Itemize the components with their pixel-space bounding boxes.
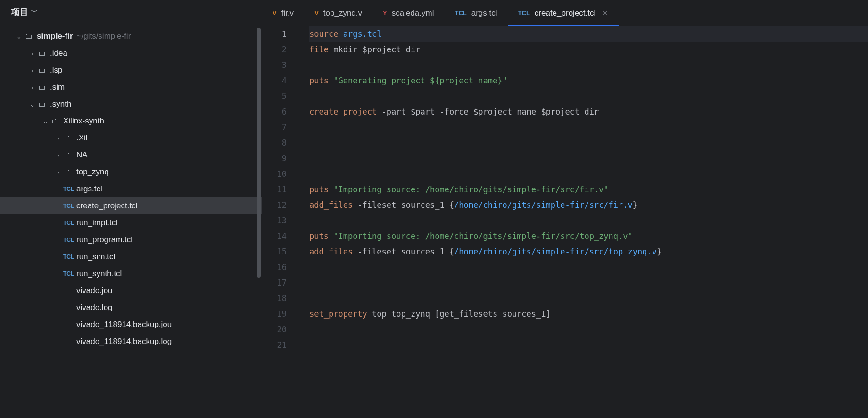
tree-folder[interactable]: ›🗀.idea	[0, 45, 262, 62]
line-number[interactable]: 20	[262, 322, 287, 337]
editor-tab[interactable]: Yscaleda.yml	[372, 0, 444, 26]
tree-file[interactable]: TCLrun_synth.tcl	[0, 265, 262, 282]
line-number[interactable]: 6	[262, 104, 287, 120]
file-tree[interactable]: ⌄ 🗀 simple-fir ~/gits/simple-fir ›🗀.idea…	[0, 25, 262, 418]
tree-file[interactable]: TCLrun_sim.tcl	[0, 248, 262, 265]
code-line[interactable]	[309, 291, 868, 306]
tab-bar: Vfir.vVtop_zynq.vYscaleda.ymlTCLargs.tcl…	[262, 0, 868, 26]
line-number[interactable]: 11	[262, 182, 287, 197]
code-line[interactable]	[309, 120, 868, 135]
chevron-down-icon[interactable]: ⌄	[27, 101, 37, 108]
line-number[interactable]: 2	[262, 42, 287, 57]
chevron-right-icon[interactable]: ›	[54, 169, 63, 176]
code-token: top top_zynq [	[367, 309, 440, 319]
line-number[interactable]: 8	[262, 135, 287, 151]
tree-file[interactable]: TCLrun_program.tcl	[0, 231, 262, 248]
tree-file[interactable]: ≣vivado.log	[0, 299, 262, 316]
line-number[interactable]: 3	[262, 57, 287, 73]
code-line[interactable]: file mkdir $project_dir	[309, 42, 868, 57]
line-number[interactable]: 19	[262, 306, 287, 322]
chevron-right-icon[interactable]: ›	[27, 50, 37, 57]
editor-tab[interactable]: Vtop_zynq.v	[304, 0, 372, 26]
code-line[interactable]	[309, 151, 868, 166]
code-line[interactable]	[309, 89, 868, 104]
folder-icon: 🗀	[63, 151, 74, 159]
tree-folder[interactable]: ›🗀NA	[0, 147, 262, 164]
chevron-right-icon[interactable]: ›	[27, 84, 37, 91]
code-line[interactable]: puts "Importing source: /home/chiro/gits…	[309, 229, 868, 244]
editor-tab[interactable]: TCLcreate_project.tcl✕	[508, 0, 619, 26]
code-line[interactable]: add_files -fileset sources_1 {/home/chir…	[309, 197, 868, 213]
line-number[interactable]: 17	[262, 275, 287, 291]
chevron-right-icon[interactable]: ›	[27, 67, 37, 74]
line-number[interactable]: 9	[262, 151, 287, 166]
code-line[interactable]	[309, 260, 868, 275]
line-number[interactable]: 1	[262, 26, 287, 42]
tree-file[interactable]: ≣vivado_118914.backup.log	[0, 333, 262, 350]
code-line[interactable]: add_files -fileset sources_1 {/home/chir…	[309, 244, 868, 260]
code-line[interactable]	[309, 275, 868, 291]
code-token: puts	[309, 185, 329, 194]
chevron-right-icon[interactable]: ›	[54, 152, 63, 159]
code-line[interactable]: source args.tcl	[309, 26, 868, 42]
tree-folder[interactable]: ›🗀.sim	[0, 79, 262, 96]
code-token: sources_1 {	[396, 200, 454, 210]
code-line[interactable]	[309, 135, 868, 151]
tree-folder[interactable]: ›🗀top_zynq	[0, 164, 262, 180]
code-line[interactable]	[309, 337, 868, 353]
code-token: add_files	[309, 247, 353, 256]
tree-file[interactable]: TCLrun_impl.tcl	[0, 214, 262, 231]
code-line[interactable]	[309, 322, 868, 337]
code-token: puts	[309, 231, 329, 241]
code-line[interactable]	[309, 57, 868, 73]
tree-item-label: vivado.log	[76, 303, 113, 312]
line-number[interactable]: 12	[262, 197, 287, 213]
code-line[interactable]: create_project -part $part -force $proje…	[309, 104, 868, 120]
editor-tab[interactable]: TCLargs.tcl	[444, 0, 507, 26]
line-number[interactable]: 7	[262, 120, 287, 135]
code-token: }	[633, 200, 637, 210]
tree-folder[interactable]: ›🗀.Xil	[0, 130, 262, 147]
scrollbar-thumb[interactable]	[257, 28, 261, 278]
line-number[interactable]: 16	[262, 260, 287, 275]
tree-root[interactable]: ⌄ 🗀 simple-fir ~/gits/simple-fir	[0, 28, 262, 45]
line-number[interactable]: 18	[262, 291, 287, 306]
tree-folder[interactable]: ›🗀.lsp	[0, 62, 262, 79]
line-number[interactable]: 4	[262, 73, 287, 89]
tree-file[interactable]: ≣vivado.jou	[0, 282, 262, 299]
text-file-icon: ≣	[63, 321, 74, 328]
line-number[interactable]: 15	[262, 244, 287, 260]
code-token: /home/chiro/gits/simple-fir/src/top_zynq…	[454, 247, 657, 256]
code-line[interactable]: set_property top top_zynq [get_filesets …	[309, 306, 868, 322]
tree-file[interactable]: TCLcreate_project.tcl	[0, 197, 262, 214]
close-icon[interactable]: ✕	[602, 9, 608, 17]
line-number[interactable]: 10	[262, 166, 287, 182]
tree-item-label: vivado.jou	[76, 286, 113, 295]
code-token: file	[309, 45, 329, 54]
line-number[interactable]: 13	[262, 213, 287, 229]
line-number[interactable]: 21	[262, 337, 287, 353]
code-token: "Importing source: /home/chiro/gits/simp…	[333, 231, 633, 241]
code-line[interactable]: puts "Generating project ${project_name}…	[309, 73, 868, 89]
sidebar-header[interactable]: 项目 ﹀	[0, 0, 262, 25]
tree-folder[interactable]: ⌄🗀Xilinx-synth	[0, 113, 262, 130]
code-line[interactable]	[309, 166, 868, 182]
tree-item-label: vivado_118914.backup.log	[76, 337, 172, 346]
sidebar-title: 项目	[11, 7, 28, 18]
chevron-down-icon[interactable]: ⌄	[14, 33, 24, 40]
tcl-file-icon: TCL	[63, 203, 74, 209]
chevron-right-icon[interactable]: ›	[54, 135, 63, 142]
code-area[interactable]: source args.tclfile mkdir $project_dirpu…	[296, 26, 868, 418]
tree-folder[interactable]: ⌄🗀.synth	[0, 96, 262, 113]
chevron-down-icon[interactable]: ⌄	[41, 118, 50, 125]
tree-item-label: run_sim.tcl	[76, 252, 115, 262]
line-number[interactable]: 14	[262, 229, 287, 244]
tree-item-label: create_project.tcl	[76, 201, 137, 211]
code-line[interactable]	[309, 213, 868, 229]
tree-item-label: .lsp	[50, 66, 62, 75]
code-line[interactable]: puts "Importing source: /home/chiro/gits…	[309, 182, 868, 197]
line-number[interactable]: 5	[262, 89, 287, 104]
editor-tab[interactable]: Vfir.v	[262, 0, 304, 26]
tree-file[interactable]: ≣vivado_118914.backup.jou	[0, 316, 262, 333]
tree-file[interactable]: TCLargs.tcl	[0, 180, 262, 197]
